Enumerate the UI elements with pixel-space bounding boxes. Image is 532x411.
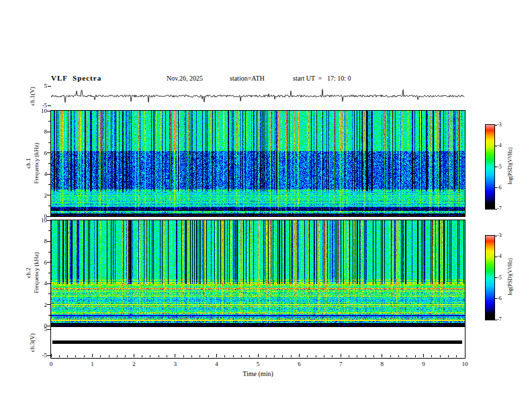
x-tick-label: 5	[257, 361, 260, 367]
x-minor-tick	[373, 355, 374, 357]
x-major-tick	[423, 354, 424, 357]
x-minor-tick	[208, 355, 209, 357]
ch1-spec-ylabel: Frequency (kHz)	[33, 142, 40, 183]
ch2-spec-ytick-minor	[48, 230, 51, 231]
x-minor-tick	[67, 355, 68, 357]
colorbar-tick-label: -7	[497, 316, 502, 322]
ch3-ytick-label: 5	[35, 326, 47, 332]
x-major-tick	[299, 354, 300, 357]
colorbar-tick-label: -3	[497, 232, 502, 238]
x-tick-label: 4	[215, 361, 218, 367]
plot-start-ut: start UT = 17: 10: 0	[293, 75, 351, 82]
ch1-spec-ytick-minor	[48, 205, 51, 206]
x-minor-tick	[357, 355, 357, 357]
x-major-tick	[92, 354, 93, 357]
colorbar-tick	[495, 146, 497, 146]
x-minor-tick	[291, 355, 292, 357]
ch3-ytick	[47, 355, 50, 356]
ch1-wave-ytick-label: 5	[35, 83, 47, 89]
ch3-ytick	[47, 329, 50, 330]
ch2-spec-ytick-minor	[48, 273, 51, 273]
colorbar-tick	[495, 209, 497, 210]
ch2-spec-ytick-minor	[48, 252, 51, 253]
x-major-tick	[382, 354, 382, 357]
colorbar-tick	[495, 187, 497, 188]
x-minor-tick	[84, 355, 85, 357]
ch1-spec-ytick-minor	[48, 121, 51, 122]
colorbar-tick	[495, 236, 497, 236]
colorbar-tick	[495, 257, 497, 257]
x-minor-tick	[456, 355, 457, 357]
ch2-spec-ytick-major	[47, 220, 51, 221]
x-minor-tick	[390, 355, 391, 357]
x-minor-tick	[59, 355, 60, 357]
ch2-spec-ylabel: Frequency (kHz)	[33, 252, 40, 293]
colorbar-tick-label: -6	[497, 185, 502, 191]
ch1-spec-ytick-minor	[48, 142, 51, 143]
plot-date: Nov.26, 2025	[167, 75, 203, 82]
ch2-spec-ytick-major	[47, 241, 51, 242]
ch1-spec-ytick-major	[47, 216, 51, 217]
colorbar-tick	[495, 277, 497, 278]
colorbar-ch2	[485, 235, 495, 320]
colorbar1-label: log(PSD)(V²/Hz)	[507, 147, 513, 184]
x-minor-tick	[365, 355, 366, 357]
x-major-tick	[216, 354, 217, 357]
x-minor-tick	[125, 355, 126, 357]
colorbar-tick-label: -3	[497, 122, 502, 128]
x-minor-tick	[109, 355, 109, 357]
ch2-spec-ytick-label: 4	[34, 280, 47, 287]
ch1-spec-ytick-label: 2	[34, 192, 47, 199]
x-tick-label: 3	[174, 361, 177, 367]
x-minor-tick	[159, 355, 159, 357]
x-minor-tick	[307, 355, 308, 357]
colorbar-tick	[495, 320, 497, 320]
x-minor-tick	[448, 355, 449, 357]
ch3-ytick-label: -5	[35, 352, 47, 359]
x-minor-tick	[406, 355, 407, 357]
x-major-tick	[465, 354, 466, 357]
x-minor-tick	[224, 355, 225, 357]
x-major-tick	[175, 354, 175, 357]
ch2-spec-ytick-minor	[48, 293, 51, 294]
ch1-spec-ytick-minor	[48, 163, 51, 164]
colorbar-tick-label: -4	[497, 253, 502, 259]
x-minor-tick	[150, 355, 150, 357]
x-minor-tick	[249, 355, 250, 357]
ch1-spec-ytick-label: 6	[34, 150, 47, 156]
ch2-spec-ytick-major	[47, 283, 51, 284]
ch1-spec-ytick-major	[47, 111, 51, 111]
ch1-spec-ytick-major	[47, 174, 51, 175]
x-tick-label: 7	[339, 361, 343, 367]
ch1-wave-ytick-label: -5	[35, 102, 47, 109]
x-minor-tick	[398, 355, 399, 357]
colorbar-tick	[495, 298, 497, 299]
colorbar-tick-label: -5	[497, 275, 502, 281]
colorbar-tick-label: -5	[497, 164, 502, 170]
x-tick-label: 10	[462, 361, 468, 367]
x-tick-label: 8	[381, 361, 384, 367]
ch2-spec-channel-label: ch.2	[25, 267, 32, 277]
x-tick-label: 6	[298, 361, 301, 367]
ch1-waveform-canvas	[51, 85, 465, 107]
ch3-signal-bar	[52, 340, 462, 344]
x-minor-tick	[117, 355, 118, 357]
x-tick-label: 9	[422, 361, 425, 367]
ch1-spec-ytick-minor	[48, 184, 51, 185]
x-minor-tick	[332, 355, 332, 357]
colorbar-tick-label: -4	[497, 142, 502, 148]
x-minor-tick	[100, 355, 101, 357]
x-minor-tick	[282, 355, 283, 357]
ch2-spec-ytick-major	[47, 304, 51, 305]
ch2-spec-ytick-label: 6	[34, 259, 47, 266]
ch1-spec-ytick-major	[47, 132, 51, 132]
x-tick-label: 0	[50, 361, 53, 367]
colorbar-tick	[495, 125, 497, 126]
x-major-tick	[341, 354, 341, 357]
ch2-spec-ytick-major	[47, 262, 51, 263]
x-minor-tick	[415, 355, 416, 357]
x-minor-tick	[75, 355, 76, 357]
ch2-spec-ytick-minor	[48, 315, 51, 316]
x-minor-tick	[167, 355, 167, 357]
ch1-wave-ytick	[48, 86, 51, 87]
